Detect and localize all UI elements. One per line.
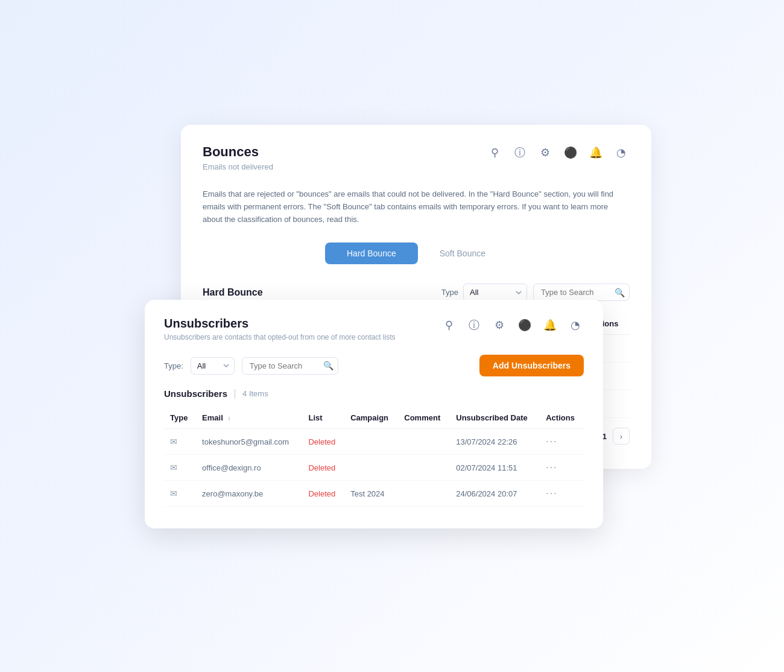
bounce-type-select[interactable]: All Campaign Automation	[463, 284, 527, 301]
unsub-row-list-2: Deleted	[302, 455, 344, 481]
unsub-icon-group: ⚲ ⓘ ⚙ ⚫ 🔔 ◔	[440, 317, 584, 334]
next-page-button[interactable]: ›	[613, 428, 630, 445]
unsub-row-date-3: 24/06/2024 20:07	[450, 481, 540, 507]
add-unsubscribers-button[interactable]: Add Unsubscribers	[479, 355, 584, 376]
unsub-col-campaign: Campaign	[344, 407, 398, 429]
unsub-row-type-2: ✉	[164, 455, 196, 481]
unsub-search-wrap: 🔍	[242, 357, 338, 375]
unsub-row-type-3: ✉	[164, 481, 196, 507]
bounce-tabs: Hard Bounce Soft Bounce	[203, 242, 630, 264]
unsub-table: Type Email ↕ List Campaign Comment Unsub…	[164, 407, 584, 507]
unsub-row-type-1: ✉	[164, 429, 196, 455]
unsub-row-comment-2	[398, 455, 450, 481]
bounce-type-wrapper: Type All Campaign Automation	[441, 284, 527, 301]
unsub-row-list-1: Deleted	[302, 429, 344, 455]
unsub-search-icon-inline: 🔍	[323, 361, 334, 370]
unsub-gear-icon[interactable]: ⚙	[491, 317, 508, 334]
bounces-section-header: Hard Bounce Type All Campaign Automation…	[203, 284, 630, 301]
bounces-subtitle: Emails not delivered	[203, 162, 273, 171]
unsub-type-select[interactable]: All Email	[191, 357, 235, 375]
bounces-icon-group: ⚲ ⓘ ⚙ ⚫ 🔔 ◔	[486, 144, 630, 161]
search-icon[interactable]: ⚲	[486, 144, 503, 161]
email-icon: ✉	[170, 489, 177, 498]
bounce-search-wrap: 🔍	[533, 284, 630, 301]
unsub-col-list: List	[302, 407, 344, 429]
unsub-header: Unsubscribers Unsubscribers are contacts…	[164, 317, 584, 341]
items-count: 4 Items	[242, 389, 268, 398]
unsub-row-email-2: office@dexign.ro	[196, 455, 302, 481]
unsub-row-email-3: zero@maxony.be	[196, 481, 302, 507]
unsub-dollar-icon[interactable]: ◔	[567, 317, 584, 334]
unsub-row-list-3: Deleted	[302, 481, 344, 507]
list-item: ✉ office@dexign.ro Deleted 02/07/2024 11…	[164, 455, 584, 481]
tab-hard-bounce[interactable]: Hard Bounce	[325, 242, 418, 264]
user-icon[interactable]: ⚫	[562, 144, 579, 161]
bounces-description: Emails that are rejected or "bounces" ar…	[203, 188, 630, 226]
tab-soft-bounce[interactable]: Soft Bounce	[418, 242, 507, 264]
email-icon: ✉	[170, 463, 177, 472]
list-item: ✉ tokeshunor5@gmail.com Deleted 13/07/20…	[164, 429, 584, 455]
unsub-help-icon[interactable]: ⓘ	[466, 317, 482, 334]
bounces-title-group: Bounces Emails not delivered	[203, 144, 273, 171]
unsub-title-group: Unsubscribers Unsubscribers are contacts…	[164, 317, 396, 341]
unsub-subtitle: Unsubscribers are contacts that opted-ou…	[164, 333, 396, 341]
email-icon: ✉	[170, 437, 177, 446]
unsub-col-date: Unsubscribed Date	[450, 407, 540, 429]
list-item: ✉ zero@maxony.be Deleted Test 2024 24/06…	[164, 481, 584, 507]
unsub-col-email[interactable]: Email ↕	[196, 407, 302, 429]
unsub-row-date-2: 02/07/2024 11:51	[450, 455, 540, 481]
bounces-header: Bounces Emails not delivered ⚲ ⓘ ⚙ ⚫ 🔔 ◔	[203, 144, 630, 171]
bounces-title: Bounces	[203, 144, 273, 160]
bounce-search-icon: 🔍	[615, 288, 625, 297]
bounce-search-row: Type All Campaign Automation 🔍	[441, 284, 630, 301]
unsub-filter-row: Type: All Email 🔍 Add Unsubscribers	[164, 355, 584, 376]
unsub-col-comment: Comment	[398, 407, 450, 429]
unsub-section-label: Unsubscribers 4 Items	[164, 388, 584, 399]
unsub-row-actions-1[interactable]: ···	[540, 429, 584, 455]
unsub-row-email-1: tokeshunor5@gmail.com	[196, 429, 302, 455]
unsub-user-icon[interactable]: ⚫	[516, 317, 533, 334]
unsub-col-type: Type	[164, 407, 196, 429]
dollar-icon[interactable]: ◔	[613, 144, 630, 161]
bell-icon[interactable]: 🔔	[587, 144, 604, 161]
unsub-row-actions-3[interactable]: ···	[540, 481, 584, 507]
help-icon[interactable]: ⓘ	[511, 144, 528, 161]
gear-icon[interactable]: ⚙	[537, 144, 554, 161]
unsub-row-campaign-3: Test 2024	[344, 481, 398, 507]
bounce-type-label: Type	[441, 288, 458, 297]
unsub-row-date-1: 13/07/2024 22:26	[450, 429, 540, 455]
divider	[235, 389, 235, 399]
unsubscribers-card: Unsubscribers Unsubscribers are contacts…	[145, 300, 603, 528]
bounce-section-title: Hard Bounce	[203, 287, 263, 298]
unsub-search-icon[interactable]: ⚲	[440, 317, 457, 334]
unsub-row-campaign-2	[344, 455, 398, 481]
unsub-type-label: Type:	[164, 361, 183, 370]
unsub-row-campaign-1	[344, 429, 398, 455]
unsub-row-actions-2[interactable]: ···	[540, 455, 584, 481]
unsub-col-actions: Actions	[540, 407, 584, 429]
unsub-bell-icon[interactable]: 🔔	[542, 317, 558, 334]
unsub-title: Unsubscribers	[164, 317, 396, 331]
unsub-row-comment-1	[398, 429, 450, 455]
unsub-row-comment-3	[398, 481, 450, 507]
unsub-section-text: Unsubscribers	[164, 388, 227, 399]
